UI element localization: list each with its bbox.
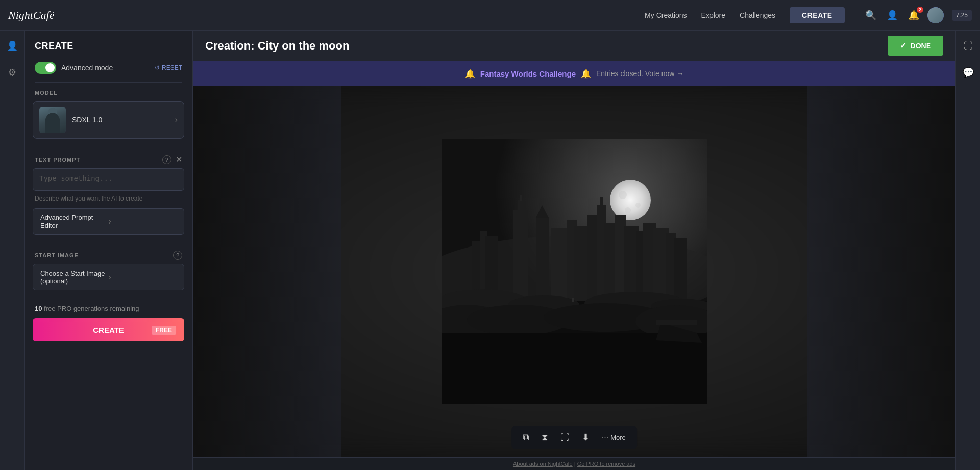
svg-rect-39 [656,320,697,325]
svg-rect-27 [674,238,687,302]
icon-sidebar: 👤 ⚙ [0,31,24,470]
clear-prompt-icon[interactable]: ✕ [176,155,182,164]
more-dots-icon: ⋯ [602,434,608,441]
toggle-knob [45,63,55,72]
cityscape-image [442,139,707,404]
model-selector[interactable]: SDXL 1.0 › [33,101,184,139]
creation-header: Creation: City on the moon DONE [193,31,955,61]
download-icon: ⬇ [582,432,590,442]
about-ads-link[interactable]: About ads on NightCafe [513,461,573,467]
topnav-create-button[interactable]: CREATE [790,7,845,23]
right-sidebar: ⛶ 💬 [955,31,980,470]
svg-rect-19 [600,197,603,207]
timer-button[interactable]: ⧗ [536,429,553,446]
reset-button[interactable]: ↺ RESET [155,64,182,71]
chevron-right-icon: › [175,115,178,125]
go-pro-link[interactable]: Go PRO to remove ads [577,461,635,467]
svg-rect-9 [513,210,528,302]
nav-explore[interactable]: Explore [701,11,725,19]
gear-icon: ⚙ [8,67,16,78]
advanced-mode-toggle[interactable] [35,62,56,74]
topnav-links: My Creations Explore Challenges CREATE [645,7,845,23]
challenge-banner: 🔔 Fantasy Worlds Challenge 🔔 Entries clo… [193,61,955,86]
copy-icon: ⧉ [523,432,529,442]
nav-challenges[interactable]: Challenges [740,11,775,19]
main-layout: 👤 ⚙ CREATE Advanced mode ↺ RESET MODEL S… [0,31,980,470]
sidebar-settings-button[interactable]: ⚙ [3,63,21,82]
model-thumbnail [39,107,66,133]
person-icon: 👤 [887,10,898,20]
done-button[interactable]: DONE [888,36,943,56]
model-name: SDXL 1.0 [72,116,169,124]
download-button[interactable]: ⬇ [577,429,595,446]
start-image-label: START IMAGE [35,252,170,258]
svg-point-4 [635,203,641,208]
panel-header: CREATE [24,31,192,58]
text-prompt-label: TEXT PROMPT [35,157,159,163]
free-tag: FREE [152,326,176,335]
app-logo: NightCafé [8,9,54,22]
copy-button[interactable]: ⧉ [518,429,534,446]
avatar[interactable] [927,7,944,23]
sidebar-profile-button[interactable]: 👤 [3,37,21,55]
search-icon: 🔍 [865,10,876,20]
expand-panel-icon: ⛶ [964,41,973,52]
notifications-button[interactable]: 🔔 2 [906,8,921,23]
side-blur-left [193,86,341,457]
model-thumbnail-image [39,107,66,133]
svg-point-3 [619,191,627,199]
svg-point-2 [610,180,651,220]
challenge-icon-right: 🔔 [581,69,591,79]
svg-rect-14 [551,228,569,302]
side-blur-right [807,86,955,457]
challenge-title: Fantasy Worlds Challenge [480,69,576,78]
credits-display: 7.25 [952,10,972,21]
start-image-help-icon[interactable]: ? [173,251,182,260]
create-free-button[interactable]: CREATE FREE [33,318,184,341]
text-prompt-help-icon[interactable]: ? [162,155,172,164]
text-prompt-header: TEXT PROMPT ? ✕ [24,147,192,168]
left-panel: CREATE Advanced mode ↺ RESET MODEL SDXL … [24,31,193,470]
prompt-input[interactable] [33,168,184,191]
image-viewer: ⧉ ⧗ ⛶ ⬇ ⋯ More [193,86,955,457]
model-section-label: MODEL [24,83,192,101]
chat-button[interactable]: 💬 [959,63,977,82]
expand-panel-button[interactable]: ⛶ [959,37,977,55]
notification-badge: 2 [917,7,923,13]
challenge-icon-left: 🔔 [465,69,475,79]
topnav: NightCafé My Creations Explore Challenge… [0,0,980,31]
svg-point-5 [625,207,631,213]
start-image-chevron-icon: › [109,273,177,282]
svg-rect-40 [572,298,574,302]
more-button[interactable]: ⋯ More [597,431,631,444]
svg-rect-12 [536,218,549,302]
svg-rect-11 [520,195,522,201]
advanced-mode-row: Advanced mode ↺ RESET [24,58,192,82]
prompt-hint: Describe what you want the AI to create [24,195,192,208]
expand-button[interactable]: ⛶ [555,429,575,446]
start-image-header: START IMAGE ? [24,243,192,264]
chat-icon: 💬 [963,67,974,78]
creation-title: Creation: City on the moon [205,39,888,53]
challenge-vote-link[interactable]: Entries closed. Vote now → [596,69,683,78]
svg-rect-37 [442,333,707,404]
profile-icon-button[interactable]: 👤 [885,8,900,23]
advanced-mode-label: Advanced mode [61,64,113,72]
svg-rect-10 [518,200,524,210]
expand-icon: ⛶ [560,432,570,442]
timer-icon: ⧗ [542,432,548,442]
image-toolbar: ⧉ ⧗ ⛶ ⬇ ⋯ More [511,426,637,449]
search-button[interactable]: 🔍 [863,8,878,23]
reset-icon: ↺ [155,64,160,71]
start-image-button[interactable]: Choose a Start Image (optional) › [33,264,184,290]
advanced-prompt-chevron-icon: › [109,217,177,226]
topnav-icons: 🔍 👤 🔔 2 7.25 [863,7,972,23]
right-content: Creation: City on the moon DONE 🔔 Fantas… [193,31,955,470]
advanced-prompt-editor-button[interactable]: Advanced Prompt Editor › [33,208,184,235]
profile-icon: 👤 [7,40,18,52]
nav-my-creations[interactable]: My Creations [645,11,687,19]
main-image-container [442,86,707,457]
free-remaining-text: 10 free PRO generations remaining [24,299,192,316]
avatar-image [927,7,944,23]
ad-bar: About ads on NightCafe | Go PRO to remov… [193,457,955,470]
